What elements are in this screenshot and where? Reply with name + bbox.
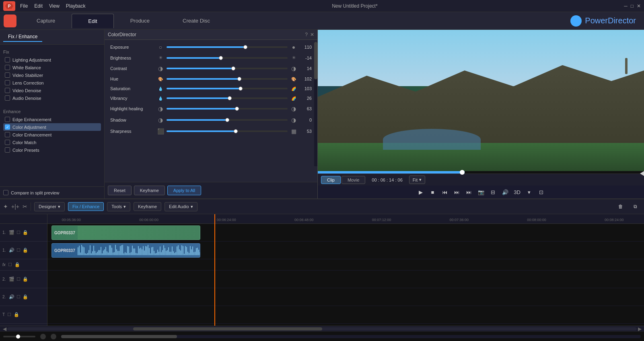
prev-frame-btn[interactable]: ⏮ (440, 187, 450, 197)
preview-progress-bar[interactable] (318, 171, 644, 174)
check-color-match[interactable]: Color Match (3, 138, 101, 146)
check-color-enhancement[interactable]: Color Enhancement (3, 131, 101, 138)
menu-items[interactable]: File Edit View Playback (20, 3, 86, 9)
check-audio-denoise[interactable]: Audio Denoise (3, 94, 101, 102)
aspect-btn[interactable]: ▾ (525, 187, 534, 197)
multiselect-btn[interactable]: ⧉ (630, 201, 641, 212)
slider-track-brightness[interactable] (167, 57, 288, 59)
check-edge-enhancement[interactable]: Edge Enhancement (3, 116, 101, 123)
reset-button[interactable]: Reset (108, 186, 132, 195)
tab-movie[interactable]: Movie (342, 176, 365, 184)
menu-view[interactable]: View (49, 3, 60, 9)
checkbox-color-enhance[interactable] (5, 132, 10, 137)
checkbox-compare[interactable] (3, 190, 8, 195)
text-icon[interactable]: ☐ (6, 312, 12, 318)
check-video-denoise[interactable]: Video Denoise (3, 87, 101, 94)
apply-to-all-button[interactable]: Apply to All (167, 186, 201, 195)
cut-tool-btn[interactable]: ✂ (23, 203, 27, 210)
close-panel-btn[interactable]: ✕ (310, 32, 314, 37)
menu-edit[interactable]: Edit (34, 3, 43, 9)
window-controls[interactable]: ─ □ ✕ (624, 3, 641, 9)
slider-track-hue[interactable] (167, 78, 288, 80)
track-lock-icon-1a[interactable]: 🔒 (23, 248, 28, 253)
checkbox-lighting[interactable] (5, 57, 10, 62)
designer-dropdown[interactable]: Designer ▾ (34, 202, 65, 211)
maximize-btn[interactable]: □ (631, 3, 634, 9)
fx-lock-icon[interactable]: 🔒 (14, 262, 20, 268)
scroll-right[interactable] (314, 42, 317, 166)
track-lock-icon-1v[interactable]: 🔒 (23, 230, 28, 236)
horizontal-scroll-indicator[interactable] (61, 335, 641, 338)
slider-track-exposure[interactable] (167, 46, 288, 48)
checkbox-edge[interactable] (5, 117, 10, 122)
slider-track-contrast[interactable] (167, 68, 288, 69)
text-lock-icon[interactable]: 🔒 (14, 312, 19, 318)
snapshot-btn[interactable]: 📷 (476, 187, 486, 197)
fit-dropdown[interactable]: Fit ▾ (409, 176, 425, 184)
video-clip-1[interactable]: GOPR0337 (51, 225, 200, 240)
fullscreen-btn[interactable]: ⊡ (537, 187, 546, 197)
check-lens-correction[interactable]: Lens Correction (3, 79, 101, 87)
scroll-thumb[interactable] (133, 327, 322, 331)
three-d-btn[interactable]: 3D (512, 187, 522, 197)
tab-edit[interactable]: Edit (72, 14, 113, 28)
scroll-right-btn[interactable]: ▶ (637, 326, 642, 332)
zoom-in-btn[interactable] (51, 334, 56, 339)
track-visibility-icon[interactable]: ☐ (16, 230, 21, 236)
video-track-icon-2[interactable]: 🎬 (9, 277, 14, 282)
trim-tool-btn[interactable]: +|+ (11, 203, 19, 210)
video-track-icon[interactable]: 🎬 (9, 230, 14, 236)
check-white-balance[interactable]: White Balance (3, 64, 101, 71)
edit-audio-dropdown[interactable]: Edit Audio ▾ (165, 202, 198, 211)
checkbox-color-presets[interactable] (5, 147, 10, 153)
slider-track-highlight[interactable] (167, 108, 288, 110)
tools-dropdown[interactable]: Tools ▾ (107, 202, 130, 211)
slider-track-shadow[interactable] (167, 119, 288, 121)
checkbox-lens-correction[interactable] (5, 80, 10, 85)
tab-clip[interactable]: Clip (321, 176, 341, 184)
slider-track-vibrancy[interactable] (167, 97, 288, 99)
compare-area[interactable]: Compare in split preview (0, 186, 104, 198)
track-mute-icon-2[interactable]: ☐ (16, 294, 21, 300)
checkbox-video-denoise[interactable] (5, 88, 10, 93)
checkbox-color-match[interactable] (5, 140, 10, 145)
check-lighting[interactable]: Lighting Adjustment (3, 56, 101, 64)
quality-slider[interactable] (3, 336, 35, 337)
check-color-adjustment[interactable]: Color Adjustment (3, 123, 101, 131)
scroll-track[interactable] (7, 327, 637, 331)
tab-produce[interactable]: Produce (114, 13, 166, 28)
timeline-scrollbar[interactable]: ◀ ▶ (0, 326, 644, 331)
audio-btn[interactable]: 🔊 (500, 187, 510, 197)
next-frame-btn[interactable]: ⏭ (464, 187, 474, 197)
checkbox-color-adj[interactable] (5, 124, 10, 130)
audio-track-icon-2[interactable]: 🔊 (9, 294, 14, 300)
tab-capture[interactable]: Capture (20, 13, 72, 28)
checkbox-video-stabilizer[interactable] (5, 72, 10, 78)
help-icon[interactable]: ? (305, 32, 308, 37)
fx-icon[interactable]: ☐ (7, 262, 13, 268)
checkbox-audio-denoise[interactable] (5, 95, 10, 101)
fix-enhance-btn[interactable]: Fix / Enhance (68, 202, 104, 211)
progress-handle[interactable] (460, 170, 465, 175)
scroll-thumb-right[interactable] (314, 42, 317, 79)
scene-detect-btn[interactable]: ⏭ (452, 187, 462, 197)
audio-track-icon[interactable]: 🔊 (9, 248, 14, 253)
slider-track-sharpness[interactable] (167, 130, 288, 132)
playhead[interactable] (214, 214, 215, 326)
scroll-left-btn[interactable]: ◀ (2, 326, 7, 332)
zoom-out-btn[interactable] (40, 334, 46, 339)
track-mute-icon[interactable]: ☐ (16, 248, 21, 253)
check-color-presets[interactable]: Color Presets (3, 146, 101, 154)
horizontal-scroll-thumb[interactable] (61, 335, 177, 338)
delete-clip-btn[interactable]: 🗑 (615, 201, 626, 212)
check-video-stabilizer[interactable]: Video Stabilizer (3, 71, 101, 79)
audio-clip-1[interactable]: GOPR0337 (51, 243, 200, 258)
track-lock-icon-2v[interactable]: 🔒 (23, 277, 28, 282)
minimize-btn[interactable]: ─ (624, 3, 628, 9)
menu-playback[interactable]: Playback (66, 3, 86, 9)
checkbox-white-balance[interactable] (5, 65, 10, 70)
play-btn[interactable]: ▶ (416, 187, 426, 197)
stop-btn[interactable]: ■ (428, 187, 438, 197)
track-lock-icon-2a[interactable]: 🔒 (23, 294, 28, 300)
keyframe-button[interactable]: Keyframe (134, 186, 165, 195)
